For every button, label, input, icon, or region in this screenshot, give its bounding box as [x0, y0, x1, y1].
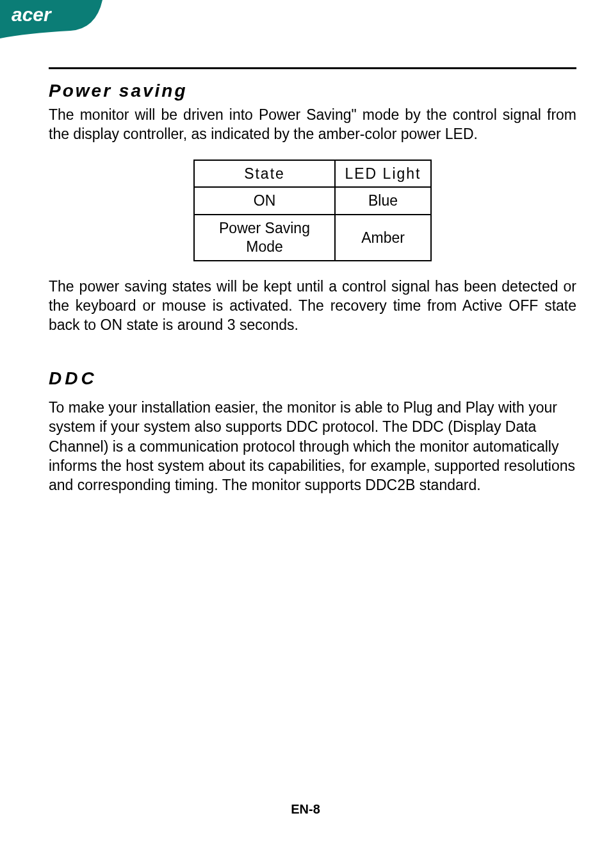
power-saving-outro: The power saving states will be kept unt…: [49, 277, 576, 335]
ddc-body: To make your installation easier, the mo…: [49, 398, 576, 495]
td-led-amber: Amber: [335, 215, 431, 261]
led-state-table: State LED Light ON Blue Power Saving Mod…: [193, 160, 432, 261]
th-state: State: [194, 160, 335, 188]
page-number: EN-8: [0, 802, 611, 817]
td-state-on: ON: [194, 187, 335, 215]
table-row: State LED Light: [194, 160, 431, 188]
brand-text: acer: [12, 4, 53, 25]
table-row: Power Saving Mode Amber: [194, 215, 431, 261]
section-ddc: DDC To make your installation easier, th…: [49, 368, 576, 495]
top-rule: [49, 67, 576, 69]
td-state-psm: Power Saving Mode: [194, 215, 335, 261]
brand-logo: acer: [0, 0, 102, 41]
page-content: Power saving The monitor will be driven …: [49, 67, 576, 495]
th-led: LED Light: [335, 160, 431, 188]
td-led-blue: Blue: [335, 187, 431, 215]
heading-power-saving: Power saving: [49, 81, 576, 101]
section-power-saving: Power saving The monitor will be driven …: [49, 81, 576, 335]
table-row: ON Blue: [194, 187, 431, 215]
power-saving-intro: The monitor will be driven into Power Sa…: [49, 105, 576, 144]
heading-ddc: DDC: [49, 368, 576, 389]
